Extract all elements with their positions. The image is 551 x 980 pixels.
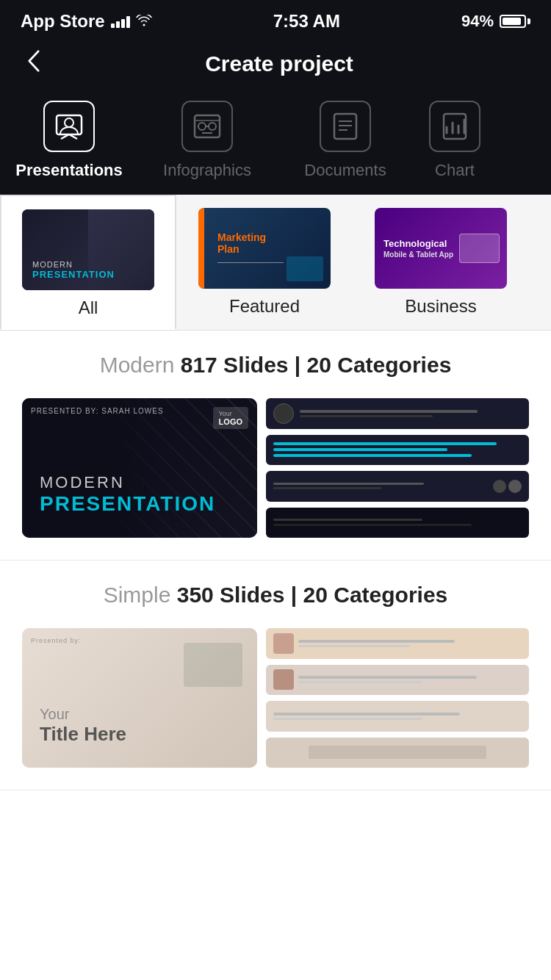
tab-presentations-label: Presentations — [15, 161, 123, 180]
tab-infographics-label: Infographics — [163, 161, 251, 180]
section-modern-title-light: Modern — [100, 353, 175, 377]
infographics-icon — [181, 101, 233, 152]
business-text-block: Technological Mobile & Tablet App — [383, 238, 453, 259]
signal-icon — [111, 15, 130, 28]
chart-icon — [429, 101, 480, 152]
featured-photo — [287, 256, 323, 281]
business-device-mockup — [459, 234, 500, 263]
presenter-text: PRESENTED BY: SARAH LOWES — [31, 407, 164, 415]
thumb3-text — [273, 483, 489, 489]
featured-text-block: Marketing Plan ————————— — [217, 231, 284, 266]
filter-featured-thumb: Marketing Plan ————————— — [198, 208, 331, 289]
simple-thumb-4[interactable] — [266, 738, 529, 768]
category-tabs: Presentations Infographics Documen — [0, 93, 551, 195]
sthumb4-bar — [309, 746, 486, 759]
thumb3-avatars — [493, 480, 522, 493]
tab-documents-label: Documents — [304, 161, 386, 180]
logo-badge: Your LOGO — [213, 407, 248, 429]
presentations-icon — [43, 101, 95, 152]
filter-all-thumb: MODERN PRESENTATION — [22, 209, 154, 290]
modern-line1: MODERN — [40, 473, 215, 492]
modern-main-preview[interactable]: PRESENTED BY: SARAH LOWES Your LOGO MODE… — [22, 398, 257, 538]
simple-preview-grid: Your Title Here Presented by: — [0, 628, 551, 768]
modern-thumb-1[interactable] — [266, 398, 529, 429]
filter-all[interactable]: MODERN PRESENTATION All — [0, 195, 176, 330]
status-left: App Store — [21, 11, 152, 32]
header: Create project — [0, 40, 551, 93]
thumb1-text — [300, 410, 522, 417]
section-simple: Simple 350 Slides | 20 Categories Your T… — [0, 561, 551, 790]
carrier-label: App Store — [21, 11, 105, 32]
section-modern-title: Modern 817 Slides | 20 Categories — [0, 353, 551, 378]
status-right: 94% — [461, 12, 530, 31]
section-simple-title: Simple 350 Slides | 20 Categories — [0, 583, 551, 608]
simple-thumb-3[interactable] — [266, 701, 529, 732]
svg-point-5 — [198, 123, 206, 130]
all-thumb-text: MODERN PRESENTATION — [32, 260, 115, 280]
filter-all-label: All — [79, 298, 98, 318]
sthumb2-img — [273, 669, 294, 690]
simple-presented-by: Presented by: — [31, 637, 82, 644]
status-time: 7:53 AM — [273, 11, 340, 32]
sthumb1-img — [273, 633, 294, 654]
simple-line1: Your — [40, 706, 126, 723]
featured-orange-bar — [198, 208, 204, 289]
svg-point-1 — [65, 118, 73, 127]
modern-title-text: MODERN PRESENTATION — [40, 473, 215, 516]
sthumb2-text — [298, 676, 522, 683]
section-simple-title-bold: 350 Slides | 20 Categories — [177, 583, 448, 607]
filter-business[interactable]: Technological Mobile & Tablet App Busine… — [353, 195, 529, 330]
wifi-icon — [136, 13, 152, 30]
thumb1-avatar — [273, 403, 294, 424]
simple-thumb-2[interactable] — [266, 665, 529, 696]
modern-thumb-4[interactable] — [266, 508, 529, 538]
filter-featured-label: Featured — [229, 296, 300, 317]
modern-thumb-3[interactable] — [266, 471, 529, 502]
section-modern-title-bold: 817 Slides | 20 Categories — [181, 353, 452, 377]
section-simple-title-light: Simple — [104, 583, 171, 607]
documents-icon — [320, 101, 371, 152]
battery-icon — [500, 15, 530, 28]
filter-business-label: Business — [405, 296, 476, 317]
tab-presentations[interactable]: Presentations — [0, 101, 138, 195]
simple-decor — [184, 643, 242, 687]
page-title: Create project — [62, 51, 497, 76]
simple-main-preview[interactable]: Your Title Here Presented by: — [22, 628, 257, 768]
filter-row: MODERN PRESENTATION All Marketing Plan —… — [0, 195, 551, 331]
simple-title-text: Your Title Here — [40, 706, 126, 746]
tab-chart-label: Chart — [435, 161, 475, 180]
status-bar: App Store 7:53 AM 94% — [0, 0, 551, 40]
simple-thumbs — [266, 628, 529, 768]
filter-featured[interactable]: Marketing Plan ————————— Featured — [176, 195, 353, 330]
simple-thumb-1[interactable] — [266, 628, 529, 659]
modern-preview-grid: PRESENTED BY: SARAH LOWES Your LOGO MODE… — [0, 398, 551, 538]
back-button[interactable] — [21, 47, 47, 80]
modern-thumbs — [266, 398, 529, 538]
tab-infographics[interactable]: Infographics — [138, 101, 276, 195]
modern-thumb-2[interactable] — [266, 435, 529, 466]
tab-documents[interactable]: Documents — [276, 101, 414, 195]
sthumb3-text — [273, 713, 522, 720]
section-modern: Modern 817 Slides | 20 Categories PRESEN… — [0, 331, 551, 561]
filter-business-thumb: Technological Mobile & Tablet App — [375, 208, 507, 289]
battery-percent: 94% — [461, 12, 494, 31]
tab-chart[interactable]: Chart — [414, 101, 495, 195]
main-content: Modern 817 Slides | 20 Categories PRESEN… — [0, 331, 551, 820]
svg-point-6 — [209, 123, 216, 130]
sthumb1-text — [298, 640, 522, 647]
simple-line2: Title Here — [40, 723, 126, 746]
modern-line2: PRESENTATION — [40, 492, 215, 516]
